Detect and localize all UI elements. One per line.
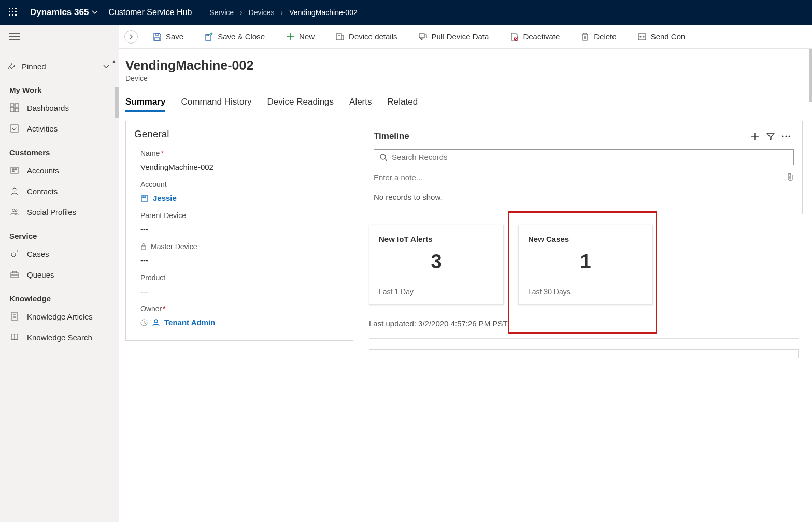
send-command-button[interactable]: Send Con [632, 30, 691, 44]
field-parent-device[interactable]: Parent Device --- [134, 207, 345, 238]
tab-summary[interactable]: Summary [125, 94, 165, 112]
sidebar-item-knowledge-search[interactable]: Knowledge Search [0, 327, 119, 347]
sidebar-scrollbar[interactable] [115, 87, 119, 118]
svg-rect-2 [15, 8, 17, 9]
required-icon: * [161, 149, 163, 157]
save-close-icon [204, 32, 213, 41]
svg-rect-12 [10, 104, 14, 106]
svg-rect-44 [143, 197, 144, 198]
sidebar-item-label: Knowledge Search [27, 333, 92, 342]
top-nav: Dynamics 365 Customer Service Hub Servic… [0, 0, 812, 25]
tab-device-readings[interactable]: Device Readings [267, 94, 334, 112]
timeline-more-button[interactable] [778, 128, 794, 144]
breadcrumb: Service › Devices › VendingMachine-002 [207, 8, 359, 17]
collapse-caret-icon[interactable]: ▲ [111, 59, 117, 64]
new-button[interactable]: New [280, 30, 320, 44]
sidebar-item-social-profiles[interactable]: Social Profiles [0, 201, 119, 222]
account-icon [140, 194, 149, 202]
brand-chevron-down-icon[interactable] [92, 9, 98, 16]
svg-rect-35 [336, 34, 341, 40]
field-product[interactable]: Product --- [134, 269, 345, 300]
svg-rect-20 [12, 171, 14, 172]
pull-data-icon [418, 32, 428, 41]
sidebar-item-knowledge-articles[interactable]: Knowledge Articles [0, 306, 119, 327]
cmd-label: Pull Device Data [432, 32, 489, 41]
main: Save Save & Close New Device details Pul… [119, 25, 812, 522]
deactivate-button[interactable]: Deactivate [504, 30, 565, 44]
hub-name[interactable]: Customer Service Hub [108, 8, 192, 17]
svg-rect-6 [9, 14, 10, 16]
field-account[interactable]: Account Jessie [134, 176, 345, 207]
crumb-current: VendingMachine-002 [287, 8, 360, 17]
field-value-link[interactable]: Tenant Admin [140, 318, 345, 327]
content-scrollbar[interactable] [809, 49, 812, 102]
field-label: Owner [140, 304, 162, 313]
attach-icon[interactable] [787, 172, 794, 182]
svg-rect-37 [419, 34, 424, 38]
highlight-box [508, 211, 657, 334]
expand-command-icon[interactable] [124, 30, 138, 44]
timeline-filter-button[interactable] [763, 128, 778, 144]
pin-icon [7, 63, 16, 71]
note-input-row[interactable]: Enter a note... [374, 172, 794, 187]
sidebar-item-dashboards[interactable]: Dashboards [0, 97, 119, 118]
field-value-link[interactable]: Jessie [140, 194, 345, 202]
svg-rect-17 [11, 167, 18, 173]
search-icon [379, 153, 388, 162]
cmd-label: Device details [349, 32, 397, 41]
tab-command-history[interactable]: Command History [181, 94, 251, 112]
cmd-label: New [299, 32, 315, 41]
tab-related[interactable]: Related [388, 94, 418, 112]
svg-point-52 [786, 136, 787, 137]
svg-point-48 [154, 320, 158, 323]
search-input[interactable] [392, 153, 788, 162]
app-launcher-icon[interactable] [4, 3, 23, 22]
note-placeholder: Enter a note... [374, 173, 787, 182]
svg-point-51 [782, 136, 784, 137]
sidebar-item-cases[interactable]: Cases [0, 243, 119, 264]
card-footer: Last 1 Day [379, 287, 494, 296]
field-value: --- [140, 256, 345, 265]
svg-rect-32 [207, 34, 209, 36]
sidebar-item-activities[interactable]: Activities [0, 118, 119, 139]
delete-button[interactable]: Delete [575, 30, 621, 44]
crumb-devices[interactable]: Devices [247, 8, 277, 17]
activities-icon [9, 123, 20, 134]
device-details-button[interactable]: Device details [330, 30, 402, 44]
card-new-iot-alerts[interactable]: New IoT Alerts 3 Last 1 Day [369, 225, 504, 304]
save-button[interactable]: Save [147, 30, 189, 44]
svg-rect-40 [638, 34, 646, 40]
timeline-add-button[interactable] [747, 128, 763, 144]
svg-rect-7 [12, 14, 13, 16]
field-master-device[interactable]: Master Device --- [134, 238, 345, 269]
field-label: Master Device [151, 242, 197, 251]
sidebar-item-queues[interactable]: Queues [0, 264, 119, 285]
svg-rect-30 [155, 33, 159, 35]
timeline-search[interactable] [374, 149, 794, 165]
entity-label: Device [125, 74, 803, 82]
crumb-service[interactable]: Service [207, 8, 236, 17]
accounts-icon [9, 165, 20, 176]
timeline-panel: Timeline Enter a note... [365, 121, 803, 214]
field-owner[interactable]: Owner* Tenant Admin [134, 300, 345, 331]
sidebar-item-contacts[interactable]: Contacts [0, 181, 119, 201]
field-name[interactable]: Name* VendingMachine-002 [134, 145, 345, 176]
content-area: VendingMachine-002 Device Summary Comman… [119, 49, 812, 522]
knowledge-search-icon [9, 332, 20, 342]
brand[interactable]: Dynamics 365 [30, 7, 89, 18]
sidebar-group-knowledge: Knowledge [0, 285, 119, 306]
field-label: Product [140, 273, 165, 282]
svg-point-24 [11, 253, 16, 257]
knowledge-articles-icon [9, 311, 20, 322]
sidebar: ▲ Pinned My Work Dashboards Activities C… [0, 25, 119, 522]
pull-device-data-button[interactable]: Pull Device Data [413, 30, 494, 44]
field-label: Name [140, 149, 160, 157]
svg-rect-13 [15, 104, 19, 107]
svg-point-42 [643, 36, 644, 37]
sidebar-item-accounts[interactable]: Accounts [0, 160, 119, 181]
sidebar-pinned[interactable]: Pinned [0, 57, 119, 76]
save-close-button[interactable]: Save & Close [199, 30, 270, 44]
sidebar-item-label: Cases [27, 250, 49, 258]
tab-alerts[interactable]: Alerts [349, 94, 372, 112]
hamburger-icon[interactable] [0, 27, 119, 47]
